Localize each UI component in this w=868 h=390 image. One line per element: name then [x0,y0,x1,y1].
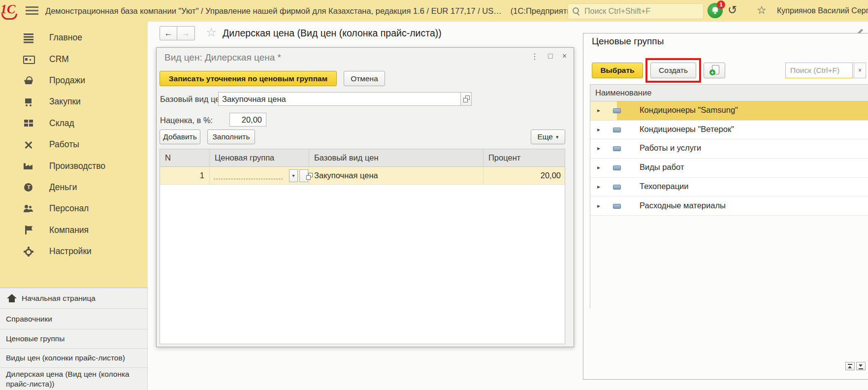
cell-price-group-editor[interactable]: ▾ [210,167,309,184]
sidebar-item-label: Настройки [49,246,92,257]
clear-search-button[interactable]: × [854,63,866,78]
dropdown-button[interactable]: ▾ [289,169,298,182]
people-icon [23,204,34,214]
sidebar-item-label: Работы [49,139,79,150]
list-item-tech-operations[interactable]: ▸ Техоперации [590,178,868,197]
table-row[interactable]: 1 ▾ Закупочная цена 20,00 [160,167,565,185]
dialog-maximize-icon[interactable]: □ [548,52,553,61]
list-item-works-services[interactable]: ▸ Работы и услуги [590,139,868,159]
sidebar-item-production[interactable]: Производство [0,155,148,176]
cell-base-price[interactable]: Закупочная цена [309,167,483,184]
group-name: Виды работ [640,162,684,172]
create-button[interactable]: Создать [650,63,696,78]
expand-arrow-icon[interactable]: ▸ [597,145,600,152]
sidebar-item-warehouse[interactable]: Склад [0,113,148,134]
sidebar-item-label: Персонал [49,203,89,214]
new-document-plus-icon [708,65,720,76]
taskbar-item-label: Справочники [0,314,52,324]
add-favorite-star-icon[interactable]: ☆ [206,25,217,39]
taskbar-item-home[interactable]: Начальная страница [0,288,148,309]
list-item-consumables[interactable]: ▸ Расходные материалы [590,197,868,216]
required-value-underline[interactable] [214,179,283,179]
sidebar-item-label: CRM [49,54,69,65]
cell-n[interactable]: 1 [160,167,210,184]
back-button[interactable]: ← [160,26,177,40]
add-row-button[interactable]: Добавить [160,130,200,144]
global-search-input[interactable] [583,6,694,16]
forward-button[interactable]: → [177,26,195,40]
global-search-box[interactable] [568,3,704,19]
favorites-star-icon[interactable]: ☆ [757,4,767,17]
column-header-percent[interactable]: Процент [483,149,565,167]
sidebar-item-label: Деньги [49,182,77,193]
choose-button[interactable] [299,169,308,182]
group-name: Расходные материалы [640,201,726,210]
taskbar-item-catalogs[interactable]: Справочники [0,309,148,329]
search-icon [572,6,581,16]
sidebar-item-label: Закупки [49,97,81,107]
panel-title: Ценовые группы [592,36,664,47]
cell-percent[interactable]: 20,00 [483,167,565,184]
scroll-to-end-button[interactable] [856,362,866,370]
dialog-close-icon[interactable]: × [562,52,567,61]
sidebar-item-company[interactable]: Компания [0,220,148,241]
expand-arrow-icon[interactable]: ▸ [597,126,600,133]
taskbar-item-price-groups[interactable]: Ценовые группы [0,329,148,349]
base-title: Демонстрационная база компании "Уют" / У… [45,6,502,15]
column-header-price-group[interactable]: Ценовая группа [210,149,309,167]
sidebar-item-main[interactable]: Главное [0,27,148,48]
sidebar-item-personnel[interactable]: Персонал [0,198,148,219]
history-icon[interactable]: ↺ [728,3,737,17]
scroll-to-top-button[interactable] [845,362,855,370]
cancel-button[interactable]: Отмена [344,71,385,86]
list-item-work-kinds[interactable]: ▸ Виды работ [590,159,868,178]
taskbar-item-price-kinds[interactable]: Виды цен (колонки прайс-листов) [0,349,148,368]
taskbar-item-dealer-price[interactable]: Дилерская цена (Вид цен (колонка прайс-л… [0,368,148,390]
group-name: Техоперации [640,182,689,191]
sidebar-item-works[interactable]: Работы [0,134,148,155]
expand-arrow-icon[interactable]: ▸ [597,107,600,114]
expand-arrow-icon[interactable]: ▸ [597,202,600,209]
taskbar-item-label: Ценовые группы [0,334,64,343]
more-button[interactable]: Еще ▾ [531,130,565,144]
column-header-base-price[interactable]: Базовый вид цен [309,149,483,167]
sidebar-item-sales[interactable]: Продажи [0,70,148,91]
sidebar-item-label: Производство [49,161,105,171]
markup-field[interactable]: 20,00 [229,113,266,127]
group-folder-icon [613,128,621,132]
tools-icon [23,140,34,150]
list-item-samsung[interactable]: ▸ Кондиционеры "Samsung" [590,101,868,121]
markup-label: Наценка, в %: [160,116,213,125]
sidebar-item-label: Компания [49,225,89,235]
group-name: Кондиционеры "Samsung" [640,105,738,115]
group-folder-icon [613,185,621,190]
panel-search-input[interactable] [789,65,850,75]
sidebar-item-crm[interactable]: CRM [0,48,148,69]
expand-arrow-icon[interactable]: ▸ [597,183,600,190]
menu-icon [23,33,34,43]
base-price-field[interactable]: Закупочная цена [218,92,461,106]
expand-arrow-icon[interactable]: ▸ [597,164,600,171]
sidebar-item-label: Продажи [49,75,85,86]
list-header-name[interactable]: Наименование [590,84,868,101]
save-refinements-button[interactable]: Записать уточнения по ценовым группам [160,71,337,86]
base-price-open-button[interactable] [460,92,472,106]
sidebar-item-purchases[interactable]: Закупки [0,91,148,112]
sidebar-item-money[interactable]: Деньги [0,177,148,198]
select-button[interactable]: Выбрать [592,63,643,78]
sidebar-item-settings[interactable]: Настройки [0,241,148,262]
hamburger-menu-icon[interactable] [26,6,38,15]
price-kind-dialog: Вид цен: Дилерская цена * ⋮ □ × Записать… [156,47,574,347]
crm-icon [23,54,34,64]
group-folder-icon [613,204,621,209]
current-user[interactable]: Куприянов Василий Сергее [777,0,868,22]
column-header-n[interactable]: N [160,149,210,167]
1c-logo-icon: 1С [0,2,20,20]
create-group-button[interactable] [704,63,725,78]
sidebar-item-label: Склад [49,118,74,129]
fill-button[interactable]: Заполнить [207,130,255,144]
list-item-veterok[interactable]: ▸ Кондиционеры "Ветерок" [590,121,868,140]
dialog-more-icon[interactable]: ⋮ [531,52,539,61]
panel-search-box[interactable] [785,63,853,78]
home-icon [6,293,18,303]
